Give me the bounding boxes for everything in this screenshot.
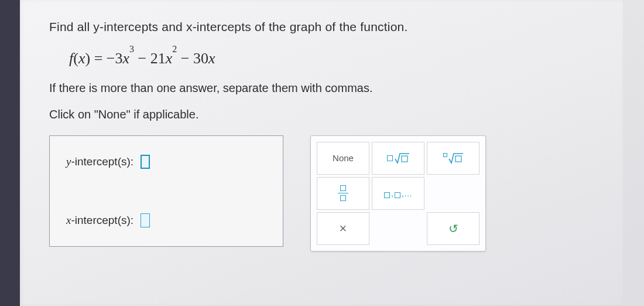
svg-rect-1 [455, 156, 461, 162]
keypad-list-button[interactable]: ,,… [372, 177, 424, 210]
x-intercept-label: x-intercept(s): [66, 214, 133, 227]
x-intercept-input[interactable] [141, 213, 150, 227]
x-intercept-row: x-intercept(s): [66, 213, 266, 227]
math-keypad: None [310, 135, 486, 251]
y-intercept-label: y-intercept(s): [66, 155, 133, 168]
y-intercept-input[interactable] [141, 155, 150, 169]
nth-root-icon [448, 152, 464, 164]
list-icon: ,,… [384, 189, 412, 198]
svg-rect-0 [402, 156, 407, 162]
y-intercept-row: y-intercept(s): [66, 155, 266, 169]
keypad-clear-button[interactable]: × [317, 212, 369, 245]
window-left-edge [0, 0, 20, 306]
reset-icon: ↺ [448, 222, 458, 236]
sqrt-icon [395, 152, 410, 164]
question-sheet: Find all y-intercepts and x-intercepts o… [20, 0, 623, 306]
question-line-2: If there is more than one answer, separa… [49, 81, 588, 95]
keypad-nth-root-button[interactable] [427, 142, 479, 175]
work-area: y-intercept(s): x-intercept(s): None [49, 135, 588, 251]
question-line-1: Find all y-intercepts and x-intercepts o… [49, 20, 588, 34]
keypad-fraction-button[interactable] [317, 177, 369, 210]
placeholder-icon [387, 155, 393, 161]
keypad-none-button[interactable]: None [317, 142, 369, 175]
keypad-sqrt-button[interactable] [372, 142, 424, 175]
answer-box: y-intercept(s): x-intercept(s): [49, 135, 283, 247]
placeholder-icon [443, 153, 447, 157]
function-formula: f(x) = −3x3 − 21x2 − 30x [69, 49, 588, 67]
fraction-icon [338, 185, 348, 202]
close-icon: × [340, 221, 347, 236]
formula-lhs: f(x) [69, 50, 90, 67]
keypad-reset-button[interactable]: ↺ [427, 212, 479, 245]
question-line-3: Click on "None" if applicable. [49, 108, 588, 121]
formula-rhs: −3x3 − 21x2 − 30x [107, 50, 215, 67]
